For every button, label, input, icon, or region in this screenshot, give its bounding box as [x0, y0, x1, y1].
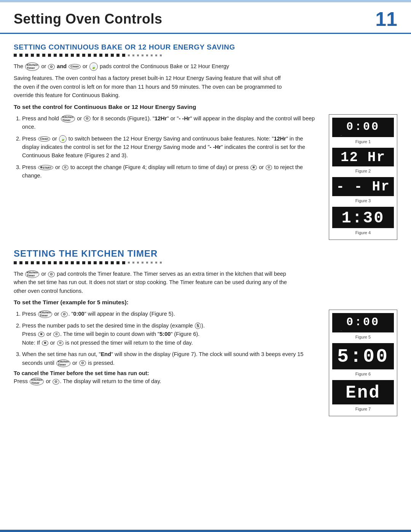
kitchen-timer-icon-5: KitchenTimer [56, 359, 70, 367]
start-icon-3: ⊛ [42, 340, 48, 346]
section1-figures: 0:00 _ Figure 1 12 Hr Figure 2 - - Hr Fi… [329, 114, 397, 240]
figure-2-caption: Figure 2 [332, 168, 394, 175]
figure-6-caption: Figure 6 [332, 371, 394, 378]
on-off-icon-1: ⊙ [48, 64, 55, 70]
figure-7-text: End [335, 384, 391, 402]
section1-subheading: To set the control for Continuous Bake o… [14, 104, 397, 110]
content-area: SETTING CONTINUOUS BAKE OR 12 HOUR ENERG… [0, 34, 411, 422]
on-off-icon-3: ⊙ [48, 272, 55, 277]
bottom-bar [0, 530, 411, 532]
kitchen-timer-icon-2: KitchenTimer [61, 115, 75, 123]
cancel-heading: To cancel the Timer before the set time … [14, 370, 320, 376]
section1-two-col: Press and hold KitchenTimer or ⊙ for 8 s… [14, 114, 397, 240]
on-off-icon-2: ⊙ [84, 116, 91, 121]
section1-text-col: Press and hold KitchenTimer or ⊙ for 8 s… [14, 114, 320, 183]
cancel-text: Press KitchenTimer or ⊙. The display wil… [14, 377, 320, 385]
section1-intro: The KitchenTimer or ⊙ and Clean or 🍃 pad… [14, 62, 288, 71]
on-off-icon-6: ⊙ [53, 379, 59, 385]
section2-subheading: To set the Timer (example for 5 minutes)… [14, 299, 397, 306]
figure-5-text: 0:00 [335, 316, 391, 329]
number-5-icon: 5 [195, 323, 201, 329]
section1-steps: Press and hold KitchenTimer or ⊙ for 8 s… [14, 114, 320, 180]
figure-4-display: 1:30 [332, 207, 394, 228]
cancel-icon-4: ⊙ [57, 340, 64, 346]
leaf-icon-1: 🍃 [89, 62, 98, 71]
start-icon-2: ⊛ [38, 332, 45, 337]
section2-steps: Press KitchenTimer or ⊙. "0:00" will app… [14, 310, 320, 367]
kitchen-timer-icon-3: KitchenTimer [25, 270, 39, 278]
section2-two-col: Press KitchenTimer or ⊙. "0:00" will app… [14, 310, 397, 416]
leaf-icon-2: 🍃 [59, 135, 67, 143]
step1-item: Press and hold KitchenTimer or ⊙ for 8 s… [22, 114, 320, 131]
section2: SETTING THE KITCHEN TIMER The KitchenTim… [14, 248, 397, 416]
clean-icon-2: Clean [38, 136, 50, 142]
figure-6-text: 5:00 [335, 347, 391, 367]
figure-3-display: - - Hr [332, 177, 394, 196]
dot-divider-2 [14, 261, 397, 264]
figure-4-text: 1:30 [335, 210, 391, 227]
timer-step1: Press KitchenTimer or ⊙. "0:00" will app… [22, 310, 320, 318]
figure-6-display: 5:00 [332, 343, 394, 369]
section1: SETTING CONTINUOUS BAKE OR 12 HOUR ENERG… [14, 43, 397, 240]
figure-5-underscore: _ [335, 329, 391, 331]
cancel-icon-1: ⊙ [62, 165, 68, 170]
off-icon-1: ⊛ [250, 165, 257, 170]
on-off-icon-5: ⊙ [79, 360, 86, 366]
figure-1-underscore: _ [335, 133, 391, 136]
section1-intro2: Saving features. The oven control has a … [14, 74, 288, 99]
figure-2-text: 12 Hr [335, 150, 391, 165]
start-icon-1: ⊛START [38, 165, 53, 170]
section2-figures: 0:00 _ Figure 5 5:00 Figure 6 End Figure… [329, 310, 397, 416]
section2-heading: SETTING THE KITCHEN TIMER [14, 248, 397, 259]
figure-1-text: 0:00 [335, 121, 391, 133]
timer-step3: When the set time has run out, "End" wil… [22, 350, 320, 367]
figure-3-caption: Figure 3 [332, 198, 394, 204]
section2-intro: The KitchenTimer or ⊙ pad controls the T… [14, 270, 288, 295]
figure-1-caption: Figure 1 [332, 139, 394, 145]
header-right: 11 [368, 9, 397, 29]
step2-item: Press Clean or 🍃 to switch between the 1… [22, 134, 320, 160]
section1-heading: SETTING CONTINUOUS BAKE OR 12 HOUR ENERG… [14, 43, 397, 51]
figure-2-display: 12 Hr [332, 148, 394, 167]
step3-item: Press ⊛START or ⊙ to accept the change (… [22, 163, 320, 180]
timer-step2: Press the number pads to set the desired… [22, 321, 320, 347]
figure-7-caption: Figure 7 [332, 406, 394, 413]
page-title: Setting Oven Controls [14, 11, 162, 27]
kitchen-timer-icon-6: KitchenTimer [30, 378, 44, 385]
figure-5-caption: Figure 5 [332, 334, 394, 341]
page-header: Setting Oven Controls 11 [0, 2, 411, 34]
page-number: 11 [368, 9, 397, 29]
clean-icon-1: Clean [68, 64, 81, 69]
kitchen-timer-icon-1: KitchenTimer [25, 62, 39, 71]
figure-1-display: 0:00 _ [332, 118, 394, 137]
on-off-icon-4: ⊙ [61, 312, 68, 317]
figure-4-caption: Figure 4 [332, 230, 394, 236]
cancel-icon-2: ⊙ [266, 165, 272, 170]
cancel-icon-3: ⊙ [53, 332, 60, 337]
kitchen-timer-icon-4: KitchenTimer [38, 310, 52, 318]
dot-divider-1 [14, 54, 397, 57]
figure-7-display: End [332, 380, 394, 404]
figure-3-text: - - Hr [335, 179, 391, 195]
figure-5-display: 0:00 _ [332, 313, 394, 332]
section2-text-col: Press KitchenTimer or ⊙. "0:00" will app… [14, 310, 320, 385]
